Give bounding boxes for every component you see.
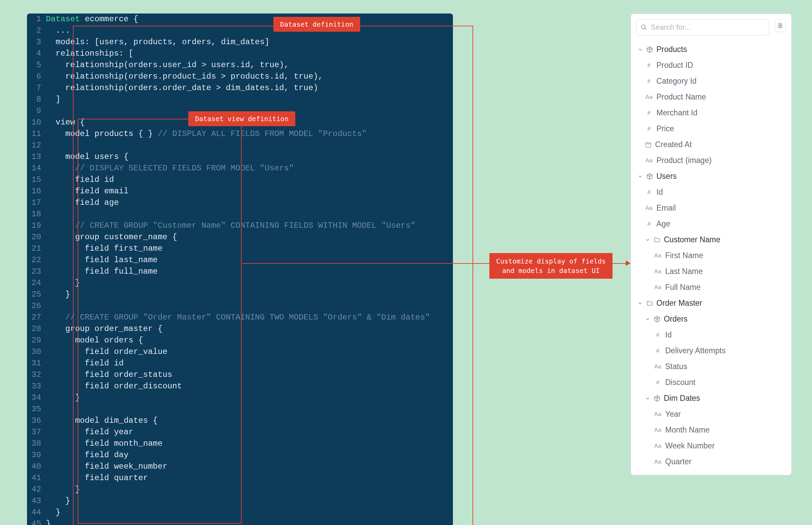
tree-leaf[interactable]: AaFull Name bbox=[636, 279, 786, 295]
code-content: } bbox=[46, 518, 453, 525]
tree-leaf[interactable]: AaMonth Name bbox=[636, 422, 786, 438]
gutter-number: 43 bbox=[27, 495, 46, 507]
folder-icon bbox=[646, 300, 653, 307]
code-line: 8 ] bbox=[27, 94, 453, 105]
gutter-number: 25 bbox=[27, 289, 46, 300]
code-content: group customer_name { bbox=[46, 231, 453, 243]
code-content: field week_number bbox=[46, 461, 453, 472]
code-content: field month_name bbox=[46, 438, 453, 449]
gutter-number: 3 bbox=[27, 36, 46, 48]
gutter-number: 28 bbox=[27, 323, 46, 335]
tree-leaf[interactable]: #Merchant Id bbox=[636, 105, 786, 121]
code-content: models: [users, products, orders, dim_da… bbox=[46, 36, 453, 48]
field-browser-panel: Products#Product ID#Category IdAaProduct… bbox=[630, 14, 792, 476]
search-settings-button[interactable] bbox=[775, 19, 786, 32]
tree-leaf[interactable]: AaStatus bbox=[636, 359, 786, 375]
code-content bbox=[46, 404, 453, 415]
code-content: model orders { bbox=[46, 335, 453, 346]
tree-leaf[interactable]: AaProduct Name bbox=[636, 89, 786, 105]
svg-point-7 bbox=[779, 27, 780, 28]
tree-leaf[interactable]: AaYear bbox=[636, 406, 786, 422]
number-type-icon: # bbox=[645, 110, 653, 116]
gutter-number: 8 bbox=[27, 94, 46, 105]
cube-icon bbox=[646, 173, 653, 180]
gutter-number: 29 bbox=[27, 335, 46, 346]
tree-leaf[interactable]: AaQuarter bbox=[636, 454, 786, 470]
code-line: 11 model products { } // DISPLAY ALL FIE… bbox=[27, 128, 453, 140]
text-type-icon: Aa bbox=[654, 268, 662, 275]
gutter-number: 16 bbox=[27, 185, 46, 197]
gutter-number: 23 bbox=[27, 266, 46, 278]
tree-label: Price bbox=[657, 124, 674, 133]
gutter-number: 20 bbox=[27, 231, 46, 243]
tree-leaf[interactable]: #Age bbox=[636, 216, 786, 232]
code-content: // CREATE GROUP "Customer Name" CONTAINI… bbox=[46, 220, 453, 231]
svg-point-6 bbox=[781, 25, 782, 26]
chevron-down-icon bbox=[637, 174, 643, 179]
chevron-down-icon bbox=[637, 47, 643, 52]
tree-leaf[interactable]: AaEmail bbox=[636, 200, 786, 216]
gutter-number: 40 bbox=[27, 461, 46, 472]
code-line: 25 } bbox=[27, 289, 453, 300]
tree-leaf[interactable]: #Category Id bbox=[636, 73, 786, 89]
tree-leaf[interactable]: AaWeek Number bbox=[636, 438, 786, 454]
tree-leaf[interactable]: AaLast Name bbox=[636, 264, 786, 279]
code-content: ... bbox=[46, 25, 453, 36]
gutter-number: 21 bbox=[27, 243, 46, 254]
tree-label: Product (image) bbox=[657, 156, 712, 165]
chevron-down-icon bbox=[645, 237, 650, 243]
tree-group[interactable]: Users bbox=[636, 168, 786, 184]
field-tree: Products#Product ID#Category IdAaProduct… bbox=[636, 42, 786, 470]
tree-leaf[interactable]: #Delivery Attempts bbox=[636, 343, 786, 359]
chevron-down-icon bbox=[637, 301, 643, 306]
search-box[interactable] bbox=[636, 19, 769, 35]
code-line: 36 model dim_dates { bbox=[27, 415, 453, 426]
code-line: 17 field age bbox=[27, 197, 453, 209]
code-content: field full_name bbox=[46, 266, 453, 278]
number-type-icon: # bbox=[645, 78, 653, 85]
tree-leaf[interactable]: #Id bbox=[636, 184, 786, 200]
tree-leaf[interactable]: AaFirst Name bbox=[636, 247, 786, 264]
tree-label: Year bbox=[665, 410, 681, 419]
tree-leaf[interactable]: #Id bbox=[636, 327, 786, 343]
code-content: relationship(orders.product_ids > produc… bbox=[46, 71, 453, 82]
tree-leaf[interactable]: #Product ID bbox=[636, 57, 786, 73]
code-content: } bbox=[46, 484, 453, 495]
code-editor[interactable]: 1Dataset ecommerce {2 ...3 models: [user… bbox=[27, 14, 453, 525]
code-content: field last_name bbox=[46, 254, 453, 266]
text-type-icon: Aa bbox=[654, 459, 662, 465]
tree-leaf[interactable]: Created At bbox=[636, 137, 786, 152]
gutter-number: 17 bbox=[27, 197, 46, 209]
code-line: 1Dataset ecommerce { bbox=[27, 14, 453, 25]
tree-group[interactable]: Customer Name bbox=[636, 232, 786, 247]
code-line: 16 field email bbox=[27, 185, 453, 197]
gutter-number: 2 bbox=[27, 25, 46, 36]
tree-leaf[interactable]: #Discount bbox=[636, 375, 786, 390]
code-line: 41 field quarter bbox=[27, 472, 453, 484]
tree-label: Id bbox=[665, 330, 672, 340]
gutter-number: 9 bbox=[27, 105, 46, 117]
text-type-icon: Aa bbox=[645, 205, 653, 212]
text-type-icon: Aa bbox=[654, 363, 662, 370]
code-line: 42 } bbox=[27, 484, 453, 495]
code-line: 35 bbox=[27, 404, 453, 415]
code-content: model products { } // DISPLAY ALL FIELDS… bbox=[46, 128, 453, 140]
code-content: model dim_dates { bbox=[46, 415, 453, 426]
tree-leaf[interactable]: #Price bbox=[636, 121, 786, 137]
gutter-number: 5 bbox=[27, 59, 46, 71]
tree-label: Product Name bbox=[657, 92, 706, 102]
anno-arrow-head bbox=[626, 260, 630, 266]
search-input[interactable] bbox=[651, 23, 765, 32]
tree-group[interactable]: Orders bbox=[636, 311, 786, 327]
code-content: relationship(orders.user_id > users.id, … bbox=[46, 59, 453, 71]
code-line: 13 model users { bbox=[27, 151, 453, 163]
tree-group[interactable]: Dim Dates bbox=[636, 390, 786, 406]
gutter-number: 35 bbox=[27, 404, 46, 415]
gutter-number: 39 bbox=[27, 449, 46, 461]
tree-leaf[interactable]: AaProduct (image) bbox=[636, 152, 786, 168]
tree-group[interactable]: Order Master bbox=[636, 295, 786, 311]
code-line: 32 field order_status bbox=[27, 369, 453, 380]
code-line: 40 field week_number bbox=[27, 461, 453, 472]
tree-group[interactable]: Products bbox=[636, 42, 786, 57]
tree-label: Dim Dates bbox=[664, 394, 700, 403]
